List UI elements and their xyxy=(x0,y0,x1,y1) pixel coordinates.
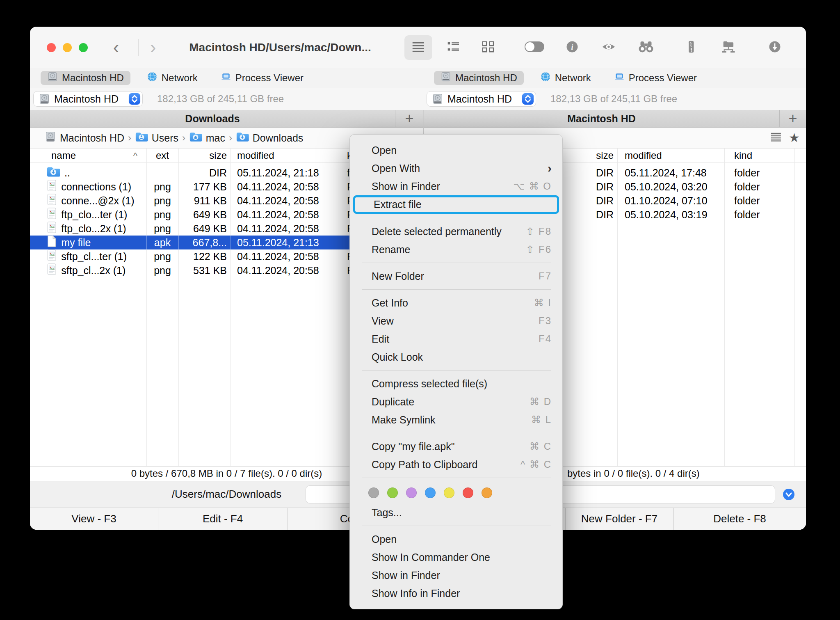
column-name[interactable]: name^ xyxy=(30,149,146,162)
downloads-button[interactable] xyxy=(761,35,789,60)
tag-color-dot[interactable] xyxy=(444,487,454,498)
archive-button[interactable] xyxy=(677,35,705,60)
tag-color-dot[interactable] xyxy=(406,487,417,498)
detail-view-button[interactable] xyxy=(439,35,467,60)
breadcrumb-item-mac[interactable]: mac xyxy=(189,131,225,145)
new-folder-f7-button[interactable]: New Folder - F7 xyxy=(565,508,673,530)
minimize-button[interactable] xyxy=(63,43,72,52)
binoculars-icon xyxy=(638,40,654,55)
menu-item-new-folder[interactable]: New FolderF7 xyxy=(350,267,562,285)
menu-item-copy-path-to-clipboard[interactable]: Copy Path to Clipboard^ ⌘ C xyxy=(350,455,562,474)
file-size-cell: DIR xyxy=(178,166,231,180)
menu-item-copy-my-file-apk[interactable]: Copy "my file.apk"⌘ C xyxy=(350,437,562,455)
tab-left-process-viewer[interactable]: Process Viewer xyxy=(214,71,310,85)
file-ext-cell: png xyxy=(146,180,178,194)
menu-item-tags[interactable]: Tags... xyxy=(350,503,562,522)
menu-item-label: Get Info xyxy=(372,297,408,309)
tag-color-dot[interactable] xyxy=(482,487,492,498)
back-button[interactable]: ‹ xyxy=(108,37,124,57)
menu-item-open[interactable]: Open xyxy=(350,530,562,548)
history-dropdown-button[interactable] xyxy=(782,488,795,501)
menu-item-open-with[interactable]: Open With› xyxy=(350,159,562,177)
column-kind[interactable]: kind xyxy=(724,149,794,162)
drive-stepper[interactable] xyxy=(128,93,141,105)
button-divider xyxy=(288,508,288,530)
thumbnail-view-button[interactable] xyxy=(474,35,502,60)
tag-color-dot[interactable] xyxy=(463,487,473,498)
breadcrumb-label: mac xyxy=(206,132,225,144)
menu-item-open[interactable]: Open xyxy=(350,141,562,159)
menu-item-label: Open xyxy=(372,533,397,545)
menu-item-get-info[interactable]: Get Info⌘ I xyxy=(350,294,562,312)
drive-selector-left[interactable]: Macintosh HD xyxy=(33,91,143,107)
drive-selector-right[interactable]: Macintosh HD xyxy=(427,91,536,107)
drive-stepper[interactable] xyxy=(522,93,534,105)
menu-item-show-info-in-finder[interactable]: Show Info in Finder xyxy=(350,584,562,602)
edit-f4-button[interactable]: Edit - F4 xyxy=(158,508,288,530)
column-size[interactable]: size xyxy=(178,149,231,162)
search-button[interactable] xyxy=(632,35,660,60)
menu-item-rename[interactable]: Rename⇧ F6 xyxy=(350,240,562,259)
tab-right-process-viewer[interactable]: Process Viewer xyxy=(607,71,703,85)
breadcrumb-label: Macintosh HD xyxy=(60,132,124,144)
menu-separator xyxy=(362,370,551,371)
add-tab-button-left[interactable]: + xyxy=(395,110,423,127)
close-button[interactable] xyxy=(47,43,56,52)
get-info-button[interactable]: i xyxy=(558,35,586,60)
column-ext[interactable]: ext xyxy=(146,149,178,162)
globe-icon xyxy=(147,71,158,85)
menu-separator xyxy=(362,263,551,263)
command-input-right[interactable] xyxy=(550,485,775,503)
menu-item-extract-file[interactable]: Extract file xyxy=(353,195,559,214)
hdd-icon xyxy=(47,71,58,85)
tag-color-dot[interactable] xyxy=(387,487,398,498)
network-storage-button[interactable] xyxy=(714,35,742,60)
list-view-button[interactable] xyxy=(404,35,432,60)
breadcrumb-separator: › xyxy=(182,132,185,144)
file-modified-cell: 04.11.2024, 20:58 xyxy=(231,222,343,236)
menu-item-duplicate[interactable]: Duplicate⌘ D xyxy=(350,393,562,411)
drive-row: Macintosh HD 182,13 GB of 245,11 GB free… xyxy=(30,88,806,110)
forward-button[interactable]: › xyxy=(145,37,161,57)
tab-right-network[interactable]: Network xyxy=(534,71,598,85)
drive-name: Macintosh HD xyxy=(54,93,119,105)
menu-shortcut: ⌥ ⌘ O xyxy=(513,181,552,192)
hdd-icon xyxy=(432,93,443,105)
delete-f8-button[interactable]: Delete - F8 xyxy=(673,508,806,530)
breadcrumb-item-macintosh-hd[interactable]: Macintosh HD xyxy=(45,131,124,145)
breadcrumb-item-downloads[interactable]: Downloads xyxy=(236,131,303,145)
view-f3-button[interactable]: View - F3 xyxy=(30,508,158,530)
favorites-star-icon[interactable]: ★ xyxy=(789,133,800,143)
menu-item-compress-selected-file-s[interactable]: Compress selected file(s) xyxy=(350,375,562,393)
show-hidden-files-button[interactable] xyxy=(595,35,623,60)
column-modified[interactable]: modified xyxy=(231,149,343,162)
file-modified-cell: 04.11.2024, 20:58 xyxy=(231,263,343,277)
menu-item-quick-look[interactable]: Quick Look xyxy=(350,348,562,366)
tab-right-macintosh-hd[interactable]: Macintosh HD xyxy=(434,71,524,85)
menu-item-show-in-finder[interactable]: Show in Finder⌥ ⌘ O xyxy=(350,177,562,195)
panel-toggle-button[interactable] xyxy=(520,35,548,60)
add-tab-button-right[interactable]: + xyxy=(779,110,806,127)
list-mode-icon[interactable] xyxy=(769,132,783,144)
menu-item-make-symlink[interactable]: Make Symlink⌘ L xyxy=(350,411,562,429)
tab-label: Network xyxy=(555,72,591,84)
image-file-icon xyxy=(46,222,57,236)
menu-item-show-in-finder[interactable]: Show in Finder xyxy=(350,566,562,584)
submenu-arrow-icon: › xyxy=(548,162,552,174)
column-modified[interactable]: modified xyxy=(617,149,724,162)
tab-left-network[interactable]: Network xyxy=(140,71,204,85)
tab-left-macintosh-hd[interactable]: Macintosh HD xyxy=(41,71,130,85)
menu-separator xyxy=(362,289,551,290)
menu-item-show-in-commander-one[interactable]: Show In Commander One xyxy=(350,548,562,566)
file-size-cell: 649 KB xyxy=(178,222,231,236)
tag-color-dot[interactable] xyxy=(368,487,379,498)
tag-color-dot[interactable] xyxy=(425,487,436,498)
menu-item-edit[interactable]: EditF4 xyxy=(350,330,562,348)
breadcrumb-item-users[interactable]: Users xyxy=(135,131,178,145)
zoom-button[interactable] xyxy=(79,43,88,52)
menu-item-delete-selected-permanently[interactable]: Delete selected permanently⇧ F8 xyxy=(350,222,562,240)
column-size[interactable]: size xyxy=(563,149,617,162)
pane-title-left: Downloads xyxy=(30,110,395,127)
menu-shortcut: ⌘ L xyxy=(531,414,552,426)
menu-item-view[interactable]: ViewF3 xyxy=(350,312,562,330)
